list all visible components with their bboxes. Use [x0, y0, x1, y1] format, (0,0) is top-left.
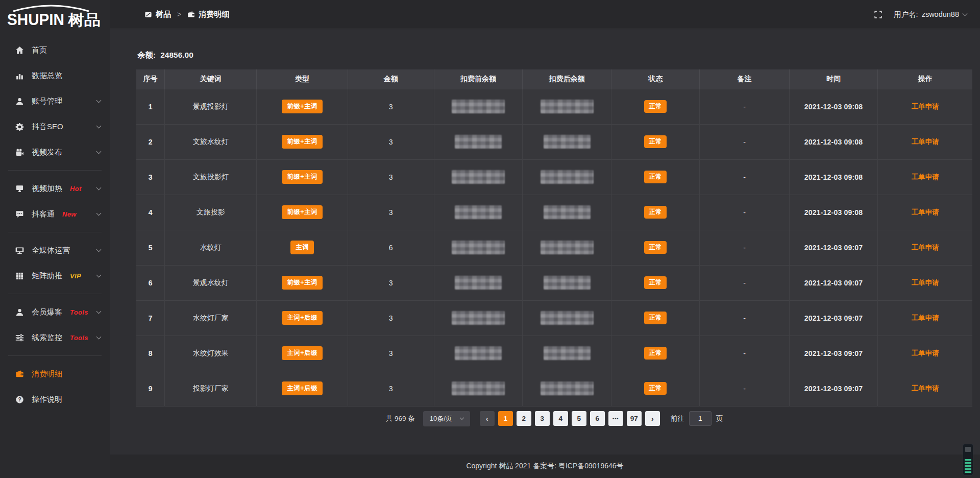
work-order-link[interactable]: 工单申请 — [912, 385, 939, 392]
cell-status: 正常 — [611, 230, 700, 265]
cell-balance-before — [434, 371, 523, 406]
sidebar-item-video-heating[interactable]: 视频加热 Hot — [0, 176, 110, 201]
table-row: 1 景观投影灯 前缀+主词 3 正常 - 2021-12-03 09:08 工单… — [136, 89, 972, 124]
sidebar-item-label: 操作说明 — [32, 395, 62, 404]
grid-icon — [15, 272, 24, 280]
cell-keyword: 文旅投影 — [165, 195, 257, 230]
status-badge: 正常 — [644, 135, 667, 148]
sidebar-item-instructions[interactable]: ? 操作说明 — [0, 387, 110, 412]
page-button-97[interactable]: 97 — [627, 411, 642, 426]
cell-amount: 3 — [348, 195, 434, 230]
col-header-amount: 金额 — [348, 69, 434, 89]
page-button-1[interactable]: 1 — [498, 411, 513, 426]
sidebar-divider — [8, 355, 102, 356]
cell-balance-before — [434, 336, 523, 371]
sidebar: SHUPIN 树品 首页 数据总览 账号管理 抖音SEO 视频发布 — [0, 0, 110, 478]
breadcrumb-home[interactable]: 树品 — [144, 10, 171, 19]
breadcrumb-current[interactable]: 消费明细 — [187, 10, 229, 19]
sidebar-item-label: 线索监控 — [32, 333, 62, 343]
col-header-balance-before: 扣费前余额 — [434, 69, 523, 89]
work-order-link[interactable]: 工单申请 — [912, 349, 939, 357]
chevron-right-icon: › — [651, 415, 654, 422]
cell-status: 正常 — [611, 159, 700, 195]
cell-status: 正常 — [611, 300, 700, 336]
prev-page-button[interactable]: ‹ — [480, 411, 495, 426]
masked-value — [452, 311, 505, 325]
main-content: 余额:24856.00 序号 关键词 类型 金额 扣费前余额 扣费后余额 状态 … — [110, 30, 980, 455]
work-order-link[interactable]: 工单申请 — [912, 138, 939, 146]
sidebar-item-data-overview[interactable]: 数据总览 — [0, 63, 110, 88]
work-order-link[interactable]: 工单申请 — [912, 173, 939, 181]
breadcrumb-separator: > — [177, 10, 181, 18]
chevron-down-icon — [96, 309, 102, 314]
page-button-4[interactable]: 4 — [553, 411, 568, 426]
cell-no: 8 — [136, 336, 165, 371]
vip-badge: VIP — [70, 272, 81, 280]
next-page-button[interactable]: › — [645, 411, 660, 426]
status-badge: 正常 — [644, 312, 667, 324]
fullscreen-icon[interactable] — [874, 10, 883, 19]
cell-keyword: 水纹灯 — [165, 230, 257, 265]
page-size-select[interactable]: 10条/页 — [423, 411, 470, 426]
table-row: 2 文旅水纹灯 前缀+主词 3 正常 - 2021-12-03 09:08 工单… — [136, 124, 972, 159]
sidebar-item-member-burst[interactable]: 会员爆客 Tools — [0, 299, 110, 325]
sidebar-item-doketong[interactable]: 抖客通 New — [0, 201, 110, 227]
work-order-link[interactable]: 工单申请 — [912, 103, 939, 110]
user-menu[interactable]: 用户名: zswodun88 — [894, 10, 967, 19]
work-order-link[interactable]: 工单申请 — [912, 279, 939, 286]
work-order-link[interactable]: 工单申请 — [912, 314, 939, 322]
sidebar-item-account-mgmt[interactable]: 账号管理 — [0, 88, 110, 114]
cell-action: 工单申请 — [878, 89, 972, 124]
sidebar-item-lead-monitor[interactable]: 线索监控 Tools — [0, 325, 110, 350]
more-pages-button[interactable]: ••• — [608, 411, 623, 426]
goto-page-input[interactable] — [689, 411, 712, 426]
page-button-3[interactable]: 3 — [535, 411, 550, 426]
sidebar-item-video-publish[interactable]: 视频发布 — [0, 139, 110, 165]
masked-value — [452, 241, 505, 254]
cell-balance-before — [434, 159, 523, 195]
cell-balance-after — [523, 300, 611, 336]
cell-no: 9 — [136, 371, 165, 406]
sidebar-item-omnimedia[interactable]: 全媒体运营 — [0, 237, 110, 263]
sidebar-item-consumption-details[interactable]: 消费明细 — [0, 361, 110, 387]
col-header-no: 序号 — [136, 69, 165, 89]
page-button-6[interactable]: 6 — [590, 411, 605, 426]
cell-balance-after — [523, 265, 611, 300]
sidebar-item-douyin-seo[interactable]: 抖音SEO — [0, 114, 110, 139]
work-order-link[interactable]: 工单申请 — [912, 244, 939, 251]
col-header-keyword: 关键词 — [165, 69, 257, 89]
logo[interactable]: SHUPIN 树品 — [0, 0, 110, 30]
cell-remark: - — [700, 159, 789, 195]
monitor-icon — [15, 246, 24, 255]
cell-action: 工单申请 — [878, 300, 972, 336]
sidebar-menu: 首页 数据总览 账号管理 抖音SEO 视频发布 视频加热 Hot — [0, 30, 110, 412]
cell-remark: - — [700, 89, 789, 124]
cell-type: 主词+后缀 — [257, 371, 348, 406]
cell-amount: 3 — [348, 265, 434, 300]
shupin-logo: SHUPIN 树品 — [6, 5, 104, 28]
cell-time: 2021-12-03 09:08 — [789, 89, 878, 124]
cell-time: 2021-12-03 09:07 — [789, 300, 878, 336]
cell-time: 2021-12-03 09:08 — [789, 195, 878, 230]
chevron-down-icon — [96, 211, 102, 216]
col-header-time: 时间 — [789, 69, 878, 89]
cell-balance-before — [434, 89, 523, 124]
sidebar-item-home[interactable]: 首页 — [0, 37, 110, 63]
page-button-5[interactable]: 5 — [572, 411, 586, 426]
masked-value — [452, 170, 505, 184]
wallet-icon — [15, 370, 24, 378]
topbar: 树品 > 消费明细 用户名: zswodun88 — [110, 0, 980, 29]
bar-chart-icon — [15, 71, 24, 80]
chevron-down-icon — [96, 98, 102, 103]
cell-type: 前缀+主词 — [257, 89, 348, 124]
sidebar-item-label: 消费明细 — [32, 369, 62, 379]
cell-status: 正常 — [611, 195, 700, 230]
question-circle-icon: ? — [15, 395, 24, 404]
work-order-link[interactable]: 工单申请 — [912, 208, 939, 216]
table-row: 8 水纹灯效果 主词+后缀 3 正常 - 2021-12-03 09:07 工单… — [136, 336, 972, 371]
masked-value — [541, 100, 594, 113]
col-header-type: 类型 — [257, 69, 348, 89]
sidebar-item-matrix-boost[interactable]: 矩阵助推 VIP — [0, 263, 110, 289]
page-button-2[interactable]: 2 — [517, 411, 531, 426]
sidebar-item-label: 抖客通 — [32, 209, 55, 219]
